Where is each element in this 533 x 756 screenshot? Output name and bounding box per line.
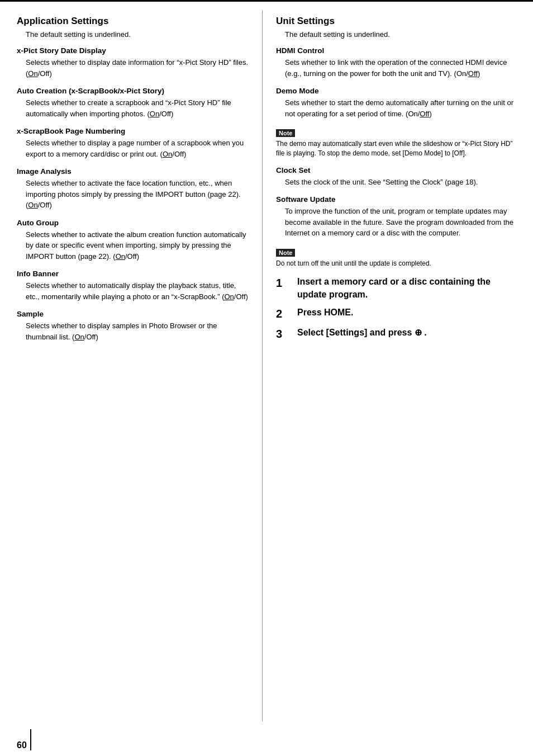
subsection-body-auto-creation: Selects whether to create a scrapbook an… — [26, 97, 249, 119]
subsection-body-auto-group: Selects whether to activate the album cr… — [26, 229, 249, 262]
note-label-demo: Note — [276, 129, 295, 137]
note-demo-mode: Note The demo may automatically start ev… — [276, 127, 516, 158]
note-label-update: Note — [276, 249, 295, 257]
footer-divider — [30, 729, 31, 750]
subsection-body-scrapbook-page: Selects whether to display a page number… — [26, 138, 249, 159]
note-content-demo: The demo may automatically start even wh… — [276, 139, 516, 158]
right-section-title: Unit Settings — [276, 16, 516, 27]
subsection-auto-group: Auto Group Selects whether to activate t… — [17, 219, 249, 262]
subsection-title-hdmi: HDMI Control — [276, 46, 516, 55]
step-1: 1 Insert a memory card or a disc contain… — [276, 276, 516, 301]
subsection-title-software-update: Software Update — [276, 195, 516, 204]
step-2-text: Press HOME. — [297, 306, 353, 319]
left-column: Application Settings The default setting… — [0, 10, 263, 721]
step-1-text: Insert a memory card or a disc containin… — [297, 276, 516, 301]
subsection-body-clock-set: Sets the clock of the unit. See “Setting… — [285, 177, 516, 188]
subsection-xpict-date: x-Pict Story Date Display Selects whethe… — [17, 46, 249, 79]
subsection-body-image-analysis: Selects whether to activate the face loc… — [26, 178, 249, 211]
subsection-title-xpict-date: x-Pict Story Date Display — [17, 46, 249, 55]
subsection-auto-creation: Auto Creation (x-ScrapBook/x-Pict Story)… — [17, 87, 249, 119]
top-border — [0, 0, 533, 2]
subsection-title-auto-creation: Auto Creation (x-ScrapBook/x-Pict Story) — [17, 87, 249, 95]
subsection-title-info-banner: Info Banner — [17, 270, 249, 278]
subsection-body-software-update: To improve the function of the unit, pro… — [285, 206, 516, 239]
step-3-number: 3 — [276, 327, 293, 341]
left-section-title: Application Settings — [17, 16, 249, 27]
subsection-scrapbook-page: x-ScrapBook Page Numbering Selects wheth… — [17, 127, 249, 159]
subsection-body-demo-mode: Sets whether to start the demo automatic… — [285, 97, 516, 119]
subsection-clock-set: Clock Set Sets the clock of the unit. Se… — [276, 166, 516, 188]
step-2-number: 2 — [276, 306, 293, 321]
right-column: Unit Settings The default setting is und… — [263, 10, 533, 721]
note-software-update: Note Do not turn off the unit until the … — [276, 247, 516, 268]
page-number: 60 — [17, 740, 27, 750]
subsection-title-demo-mode: Demo Mode — [276, 87, 516, 95]
subsection-title-clock-set: Clock Set — [276, 166, 516, 174]
note-content-update: Do not turn off the unit until the updat… — [276, 259, 516, 268]
subsection-body-xpict-date: Selects whether to display date informat… — [26, 57, 249, 79]
footer: 60 — [0, 721, 533, 756]
subsection-sample: Sample Selects whether to display sample… — [17, 310, 249, 342]
content-area: Application Settings The default setting… — [0, 0, 533, 721]
step-2: 2 Press HOME. — [276, 306, 516, 321]
subsection-demo-mode: Demo Mode Sets whether to start the demo… — [276, 87, 516, 119]
step-1-number: 1 — [276, 276, 293, 290]
step-3-text: Select [Settings] and press ⊕ . — [297, 327, 427, 339]
subsection-software-update: Software Update To improve the function … — [276, 195, 516, 239]
subsection-title-auto-group: Auto Group — [17, 219, 249, 227]
subsection-body-sample: Selects whether to display samples in Ph… — [26, 320, 249, 342]
subsection-title-sample: Sample — [17, 310, 249, 318]
step-3: 3 Select [Settings] and press ⊕ . — [276, 327, 516, 341]
subsection-body-hdmi: Sets whether to link with the operation … — [285, 57, 516, 79]
left-default-note: The default setting is underlined. — [26, 30, 249, 39]
subsection-title-scrapbook-page: x-ScrapBook Page Numbering — [17, 127, 249, 135]
step-list: 1 Insert a memory card or a disc contain… — [276, 276, 516, 341]
subsection-info-banner: Info Banner Selects whether to automatic… — [17, 270, 249, 302]
subsection-body-info-banner: Selects whether to automatically display… — [26, 280, 249, 302]
subsection-hdmi: HDMI Control Sets whether to link with t… — [276, 46, 516, 79]
subsection-image-analysis: Image Analysis Selects whether to activa… — [17, 167, 249, 211]
right-default-note: The default setting is underlined. — [285, 30, 516, 39]
page: Application Settings The default setting… — [0, 0, 533, 756]
subsection-title-image-analysis: Image Analysis — [17, 167, 249, 176]
